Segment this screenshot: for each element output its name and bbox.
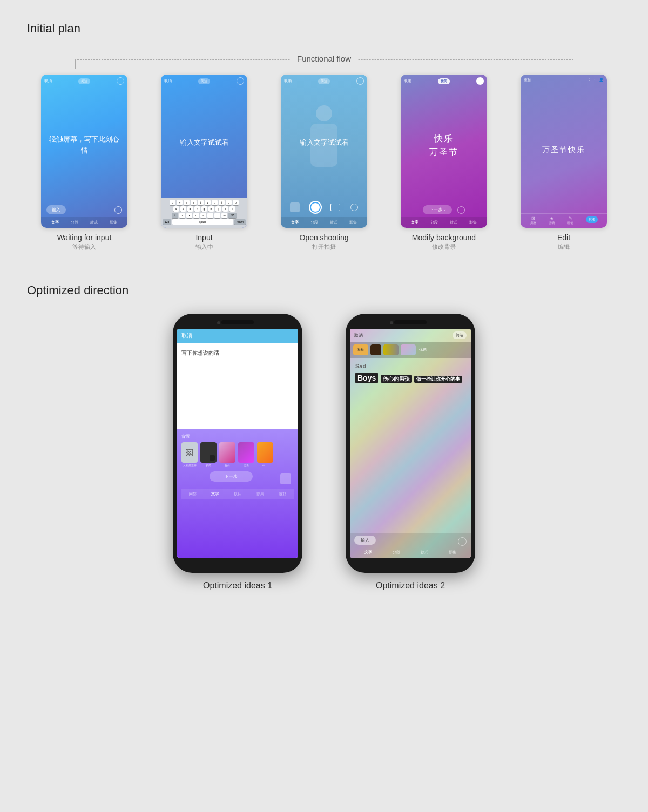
- opt1-tab-album[interactable]: 影集: [256, 491, 264, 497]
- s1-circle: [117, 77, 124, 85]
- opt1-thumb-album[interactable]: 🖼: [181, 442, 198, 463]
- s2-keyboard: qwertyuiop asdfghjkl ⇧zxcvbnm⌫ 123 space: [161, 198, 247, 228]
- s4-circle: [476, 77, 484, 85]
- s3-cancel: 取消: [284, 78, 292, 84]
- s5-done-btn[interactable]: 发送: [586, 216, 598, 223]
- opt1-tab-text[interactable]: 文字: [211, 491, 219, 497]
- s4-camera-icon: [457, 206, 465, 214]
- screens-row: 取消 简洁 轻触屏幕，写下此刻心情 输入 文字: [27, 75, 621, 251]
- opt-phone-frame-2: 取消 简洁 秋秋: [346, 314, 475, 573]
- s5-brush-icon: ✎: [567, 216, 573, 221]
- opt1-cancel: 取消: [181, 332, 192, 340]
- s1-main-text: 轻触屏幕，写下此刻心情: [46, 134, 122, 157]
- s5-filter-label: 滤镜: [549, 221, 555, 226]
- opt1-thumb-love[interactable]: [238, 442, 254, 463]
- opt2-input-btn[interactable]: 输入: [354, 536, 376, 545]
- s1-input-btn[interactable]: 输入: [46, 205, 66, 214]
- s5-person-icon: 👤: [599, 78, 604, 82]
- s3-gallery-icon: [290, 202, 300, 212]
- s3-caption-en: Open shooting: [299, 233, 348, 242]
- opt2-caption: Optimized ideas 2: [376, 581, 445, 591]
- s4-main-text: 快乐万圣节: [429, 132, 458, 159]
- opt1-next-btn[interactable]: 下一步: [210, 471, 253, 482]
- s1-tab-album[interactable]: 影集: [110, 220, 117, 225]
- opt2-theme3[interactable]: [383, 344, 399, 355]
- opt1-thumb-love-label: 恋爱: [244, 464, 249, 467]
- s3-caption-cn: 打开拍摄: [312, 243, 336, 251]
- s5-adjust-icon: ⊡: [530, 216, 536, 221]
- s3-tab-style[interactable]: 款式: [330, 220, 338, 225]
- s5-caption-cn: 编辑: [558, 243, 570, 251]
- s4-tab-style[interactable]: 款式: [450, 220, 457, 225]
- s1-tab-seg[interactable]: 分段: [71, 220, 78, 225]
- optimized-section: Optimized direction 取消 写下你想说的话: [27, 283, 621, 591]
- s2-circle: [237, 77, 244, 85]
- s1-caption-en: Waiting for input: [57, 233, 112, 242]
- opt1-thumb-more-label: 中...: [262, 464, 267, 467]
- s3-tab-seg[interactable]: 分段: [310, 220, 318, 225]
- s3-shutter-btn[interactable]: [310, 202, 321, 213]
- opt2-tab-album[interactable]: 影集: [449, 550, 456, 555]
- initial-plan-section: Initial plan Functional flow 取消 简洁: [27, 22, 621, 251]
- opt2-theme1[interactable]: 秋秋: [353, 344, 368, 355]
- s4-tab-seg[interactable]: 分段: [430, 220, 438, 225]
- screen-waiting-input: 取消 简洁 轻触屏幕，写下此刻心情 输入 文字: [27, 75, 141, 251]
- opt1-tab-game[interactable]: 游戏: [279, 491, 286, 497]
- s3-main-text: 输入文字试试看: [300, 137, 349, 148]
- s4-pill: 极简: [438, 78, 450, 84]
- screen-modify-bg: 取消 极简 快乐万圣节 下一步›: [387, 75, 501, 251]
- s3-pill: 简洁: [318, 78, 330, 84]
- opt1-thumb-confess[interactable]: [219, 442, 235, 463]
- s5-back: 重拍: [524, 77, 531, 83]
- s4-cancel: 取消: [404, 78, 411, 84]
- s3-flip-icon: [330, 204, 340, 211]
- s1-camera-icon: [114, 206, 122, 214]
- opt1-placeholder[interactable]: 写下你想说的话: [181, 350, 219, 356]
- s4-tab-text[interactable]: 文字: [411, 220, 418, 225]
- s4-tab-album[interactable]: 影集: [469, 220, 477, 225]
- s4-next-btn[interactable]: 下一步›: [423, 205, 453, 214]
- opt2-text-sad: Sad: [355, 362, 465, 370]
- s1-pill: 简洁: [78, 78, 90, 84]
- opt2-theme2[interactable]: [370, 344, 381, 355]
- s5-adjust-label: 调整: [530, 221, 536, 226]
- s5-caption-en: Edit: [557, 233, 570, 242]
- opt1-thumb-minimal-label: 极简: [206, 464, 211, 467]
- opt2-camera-icon: [458, 537, 467, 546]
- s1-tab-text[interactable]: 文字: [51, 220, 59, 225]
- s1-cancel: 取消: [44, 78, 52, 84]
- functional-flow-label: Functional flow: [291, 54, 357, 63]
- opt1-thumb-more[interactable]: [257, 442, 273, 463]
- opt-screen-inner-1: 取消 写下你想说的话 背景: [177, 329, 298, 558]
- optimized-phones-row: 取消 写下你想说的话 背景: [27, 314, 621, 591]
- opt2-tab-text[interactable]: 文字: [364, 550, 372, 555]
- s5-brush-label: 画笔: [567, 221, 573, 226]
- opt2-text-cn1: 伤心的男孩: [381, 375, 412, 383]
- s5-filter-icon: ◈: [549, 216, 555, 221]
- opt2-text-cn2: 做一些让你开心的事: [414, 376, 462, 383]
- opt2-text-boys: Boys: [355, 373, 378, 383]
- opt1-thumb-album-label: 从相册选择: [183, 464, 197, 467]
- opt1-thumb-minimal[interactable]: [200, 442, 217, 463]
- opt2-choose-btn[interactable]: 优选: [419, 347, 427, 353]
- optimized-title: Optimized direction: [27, 283, 621, 297]
- screen-shooting: 取消 简洁 输入文字试试看: [267, 75, 381, 251]
- opt1-tab-default[interactable]: 默认: [234, 491, 241, 497]
- opt1-tab-qa[interactable]: 问答: [189, 491, 197, 497]
- opt2-jianjie-pill: 简洁: [453, 331, 467, 339]
- s3-camera2-icon: [350, 204, 358, 211]
- opt1-thumb-confess-label: 告白: [225, 464, 230, 467]
- s4-caption-cn: 修改背景: [432, 243, 456, 251]
- opt2-tab-seg[interactable]: 分段: [393, 550, 400, 555]
- s5-hash-icon: #: [589, 78, 591, 82]
- s3-tab-text[interactable]: 文字: [291, 220, 299, 225]
- opt2-tab-style[interactable]: 款式: [421, 550, 428, 555]
- opt1-caption: Optimized ideas 1: [203, 581, 272, 591]
- s3-tab-album[interactable]: 影集: [349, 220, 357, 225]
- s2-caption-en: Input: [195, 233, 212, 242]
- s1-caption-cn: 等待输入: [72, 243, 96, 251]
- opt2-theme4[interactable]: [401, 344, 416, 355]
- s1-tab-style[interactable]: 款式: [90, 220, 98, 225]
- opt2-cancel: 取消: [354, 333, 363, 339]
- s3-circle: [356, 77, 364, 85]
